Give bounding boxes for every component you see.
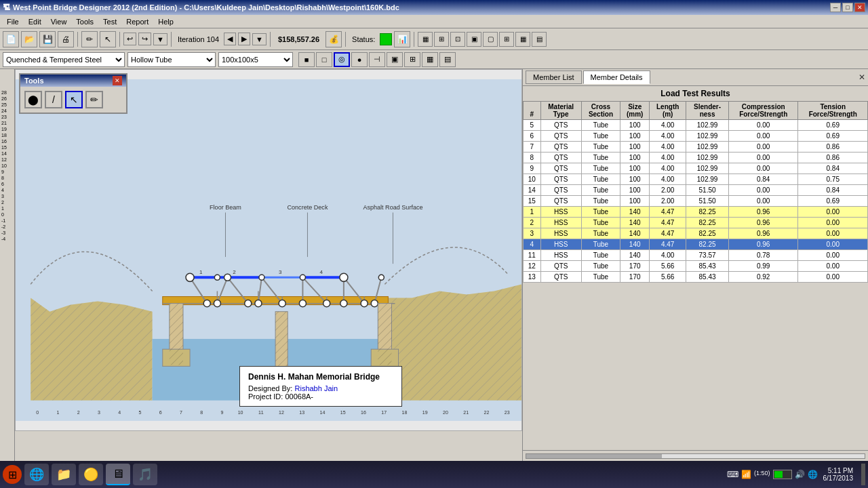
tools-panel: Tools ✕ ⬤ / ↖ ✏ <box>19 73 127 114</box>
grid-icon-5[interactable]: ▢ <box>483 32 498 47</box>
tool-circle[interactable]: ⬤ <box>24 91 42 108</box>
table-row[interactable]: 14QTSTube1002.0051.500.000.84 <box>524 185 868 196</box>
table-cell: 0.00 <box>798 272 868 283</box>
dropdown-button[interactable]: ▼ <box>153 33 167 45</box>
table-cell: QTS <box>540 131 581 142</box>
results-table-container[interactable]: # MaterialType CrossSection Size(mm) Len… <box>523 101 868 450</box>
table-row[interactable]: 2HSSTube1404.4782.250.960.00 <box>524 218 868 228</box>
start-button[interactable]: ⊞ <box>3 465 22 484</box>
menu-file[interactable]: File <box>3 16 23 27</box>
section-dropdown[interactable]: Hollow Tube Solid Bar <box>127 52 216 67</box>
table-row[interactable]: 13QTSTube1705.6685.430.920.00 <box>524 272 868 283</box>
cost-icon[interactable]: 💰 <box>326 31 342 47</box>
cs-type4[interactable]: ▤ <box>439 52 456 67</box>
table-cell: 82.25 <box>686 228 729 239</box>
table-row[interactable]: 10QTSTube1004.00102.990.840.75 <box>524 174 868 185</box>
canvas-area[interactable]: 28 26 25 24 23 21 19 18 16 15 14 12 10 9… <box>0 69 522 461</box>
table-row[interactable]: 9QTSTube1004.00102.990.000.84 <box>524 163 868 174</box>
tool-pen[interactable]: ✏ <box>85 91 103 108</box>
maximize-button[interactable]: □ <box>842 3 853 12</box>
table-cell: QTS <box>540 272 581 283</box>
table-cell: 140 <box>620 218 650 228</box>
grid-icon-1[interactable]: ▦ <box>418 32 433 47</box>
select-button[interactable]: ↖ <box>100 31 116 47</box>
table-row[interactable]: 15QTSTube1002.0051.500.000.69 <box>524 196 868 207</box>
tab-member-list[interactable]: Member List <box>526 70 582 84</box>
next-iteration[interactable]: ▶ <box>238 33 250 45</box>
minimize-button[interactable]: ─ <box>830 3 841 12</box>
taskbar-vlc[interactable]: 🎵 <box>133 464 157 485</box>
show-desktop[interactable] <box>861 464 865 485</box>
grid-icon-7[interactable]: ▦ <box>515 32 530 47</box>
open-button[interactable]: 📂 <box>21 31 37 47</box>
tab-member-details[interactable]: Member Details <box>583 70 650 84</box>
col-length: Length(m) <box>650 102 686 120</box>
tool-line[interactable]: / <box>45 91 62 108</box>
table-cell: 170 <box>620 272 650 283</box>
table-row[interactable]: 11HSSTube1404.0073.570.780.00 <box>524 250 868 261</box>
prev-iteration[interactable]: ◀ <box>224 33 236 45</box>
cs-custom[interactable]: ▣ <box>387 52 403 67</box>
cs-type2[interactable]: ⊞ <box>404 52 420 67</box>
cs-type3[interactable]: ▦ <box>422 52 438 67</box>
table-cell: 0.00 <box>728 131 798 142</box>
size-dropdown[interactable]: 100x100x5 120x120x5 140x140x5 160x160x5 … <box>218 52 293 67</box>
scrollbar-area[interactable] <box>523 450 868 461</box>
menu-tools[interactable]: Tools <box>72 16 98 27</box>
grid-icon-3[interactable]: ⊡ <box>450 32 465 47</box>
cs-circle[interactable]: ◎ <box>334 52 350 67</box>
table-cell: 140 <box>620 228 650 239</box>
taskbar-chrome[interactable]: 🌐 <box>24 464 49 485</box>
menu-help[interactable]: Help <box>154 16 178 27</box>
panel-close-button[interactable]: ✕ <box>859 73 865 82</box>
cross-section-icons: ■ □ ◎ ● ⊣ ▣ ⊞ ▦ ▤ <box>298 52 456 67</box>
sep1 <box>77 32 78 47</box>
new-button[interactable]: 📄 <box>3 31 19 47</box>
table-row[interactable]: 7QTSTube1004.00102.990.000.86 <box>524 142 868 152</box>
table-cell: 0.00 <box>728 196 798 207</box>
cs-solid-circle[interactable]: ● <box>351 52 368 67</box>
cs-i-beam[interactable]: ⊣ <box>369 52 385 67</box>
grid-icon-8[interactable]: ▤ <box>532 32 547 47</box>
table-cell: 0.84 <box>798 163 868 174</box>
results-button[interactable]: 📊 <box>394 31 410 47</box>
redo-button[interactable]: ↪ <box>138 33 151 45</box>
table-cell: Tube <box>581 131 620 142</box>
table-cell: QTS <box>540 196 581 207</box>
table-cell: 2 <box>524 218 541 228</box>
table-row[interactable]: 5QTSTube1004.00102.990.000.69 <box>524 120 868 131</box>
taskbar-files[interactable]: 📁 <box>52 464 76 485</box>
project-label: Project ID: <box>248 392 283 401</box>
draw-button[interactable]: ✏ <box>81 31 98 47</box>
iteration-dropdown[interactable]: ▼ <box>252 33 267 45</box>
undo-button[interactable]: ↩ <box>123 33 136 45</box>
grid-icon-6[interactable]: ⊞ <box>499 32 514 47</box>
menu-report[interactable]: Report <box>122 16 153 27</box>
col-material: MaterialType <box>540 102 581 120</box>
sep6 <box>414 32 414 47</box>
taskbar-bridge-designer[interactable]: 🖥 <box>106 464 130 485</box>
canvas-background[interactable]: 1 2 3 4 Floor Beam C <box>15 69 522 431</box>
cs-solid-square[interactable]: ■ <box>298 52 315 67</box>
menu-edit[interactable]: Edit <box>24 16 45 27</box>
save-button[interactable]: 💾 <box>39 31 56 47</box>
material-dropdown[interactable]: Quenched & Tempered Steel Carbon Steel H… <box>3 52 125 67</box>
table-cell: 4.00 <box>650 174 686 185</box>
print-button[interactable]: 🖨 <box>58 31 74 47</box>
table-cell: 0.00 <box>798 239 868 250</box>
table-row[interactable]: 6QTSTube1004.00102.990.000.69 <box>524 131 868 142</box>
table-row[interactable]: 12QTSTube1705.6685.430.990.00 <box>524 261 868 272</box>
menu-view[interactable]: View <box>47 16 71 27</box>
taskbar-app3[interactable]: 🟡 <box>79 464 103 485</box>
grid-icon-4[interactable]: ▣ <box>467 32 481 47</box>
grid-icon-2[interactable]: ⊞ <box>434 32 449 47</box>
tools-close-button[interactable]: ✕ <box>113 76 122 85</box>
cs-hollow-square[interactable]: □ <box>316 52 332 67</box>
table-row[interactable]: 3HSSTube1404.4782.250.960.00 <box>524 228 868 239</box>
table-row[interactable]: 1HSSTube1404.4782.250.960.00 <box>524 207 868 218</box>
menu-test[interactable]: Test <box>99 16 121 27</box>
table-row[interactable]: 4HSSTube1404.4782.250.960.00 <box>524 239 868 250</box>
close-button[interactable]: ✕ <box>854 3 865 12</box>
tool-select[interactable]: ↖ <box>65 91 83 108</box>
table-row[interactable]: 8QTSTube1004.00102.990.000.86 <box>524 152 868 163</box>
